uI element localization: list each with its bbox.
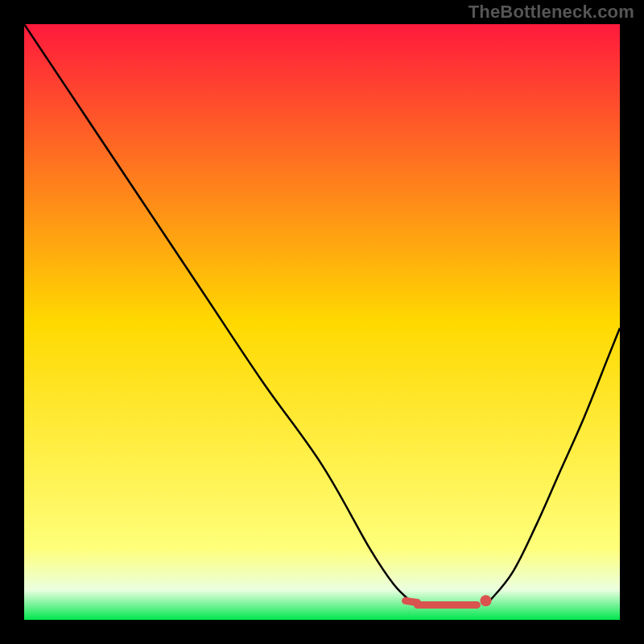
right-endpoint-dot: [481, 595, 492, 606]
chart-container: TheBottleneck.com: [0, 0, 644, 644]
gradient-background: [24, 24, 620, 620]
plot-svg: [24, 24, 620, 620]
watermark-text: TheBottleneck.com: [469, 2, 634, 23]
plot-frame: [24, 24, 620, 620]
